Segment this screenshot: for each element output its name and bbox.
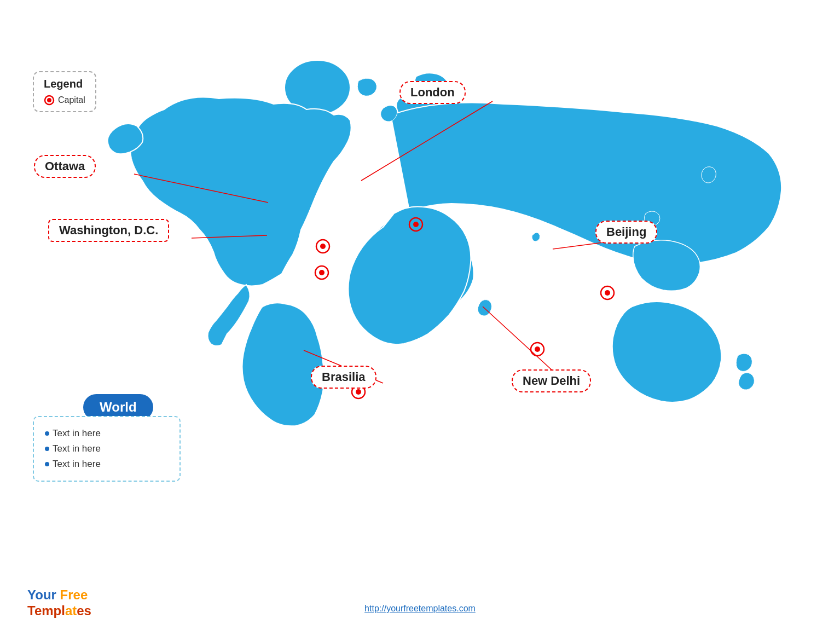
info-item-1: Text in here (45, 426, 169, 441)
city-label-london: London (399, 81, 466, 104)
logo-ates: at (65, 603, 77, 618)
city-label-new-delhi: New Delhi (512, 369, 591, 392)
logo-templ: Templ (27, 603, 65, 618)
legend-box: Legend Capital (33, 71, 96, 112)
legend-capital-item: Capital (44, 95, 85, 106)
logo-free: Free (60, 587, 88, 602)
svg-point-10 (319, 270, 325, 275)
info-item-3: Text in here (45, 456, 169, 472)
svg-point-12 (413, 222, 419, 227)
svg-point-16 (535, 346, 540, 352)
city-label-brasilia: Brasilia (311, 366, 376, 389)
city-label-beijing: Beijing (595, 221, 657, 244)
main-container: Legend Capital Ottawa Washington, D.C. L… (0, 0, 840, 630)
svg-point-20 (47, 98, 51, 102)
logo-your: Your (27, 587, 60, 602)
info-list: Text in here Text in here Text in here (45, 426, 169, 472)
legend-capital-label: Capital (58, 95, 85, 105)
legend-title: Legend (44, 78, 85, 90)
logo: Your Free Templates (27, 587, 91, 619)
footer-link[interactable]: http://yourfreetemplates.com (364, 604, 476, 614)
svg-point-18 (605, 290, 610, 296)
info-box: Text in here Text in here Text in here (33, 416, 181, 482)
capital-icon (44, 95, 55, 106)
info-item-2: Text in here (45, 441, 169, 456)
svg-point-14 (356, 389, 361, 395)
logo-es: es (77, 603, 91, 618)
city-label-ottawa: Ottawa (34, 155, 96, 178)
city-label-washington: Washington, D.C. (48, 219, 169, 242)
footer: http://yourfreetemplates.com (0, 604, 840, 614)
svg-point-8 (320, 244, 326, 249)
